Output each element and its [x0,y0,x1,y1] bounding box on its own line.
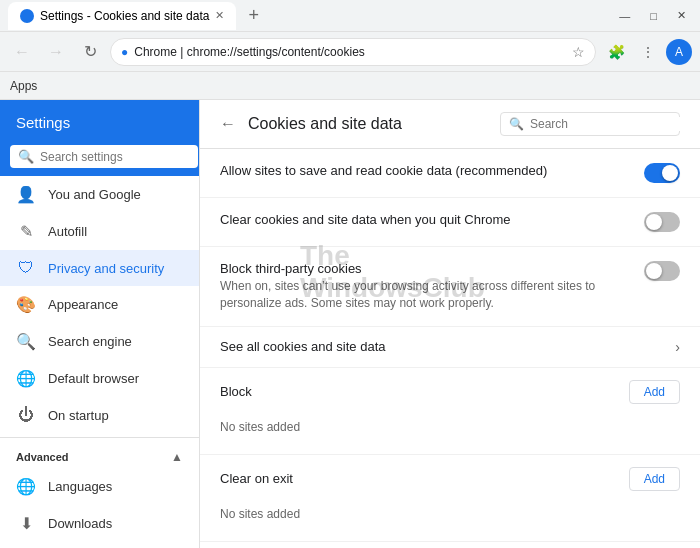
apps-link[interactable]: Apps [10,79,37,93]
see-all-cookies-row[interactable]: See all cookies and site data › [200,327,700,368]
sidebar-item-autofill[interactable]: ✎ Autofill [0,213,199,250]
sidebar-item-label: Downloads [48,516,112,531]
downloads-icon: ⬇ [16,514,36,533]
appearance-icon: 🎨 [16,295,36,314]
sidebar-item-label: Default browser [48,371,139,386]
secure-icon: ● [121,45,128,59]
clear-on-exit-section: Clear on exit Add No sites added [200,455,700,542]
nav-actions: 🧩 ⋮ A [602,38,692,66]
see-all-chevron-icon: › [675,339,680,355]
refresh-button[interactable]: ↻ [76,38,104,66]
advanced-label-text: Advanced [16,451,69,463]
sidebar-item-label: Search engine [48,334,132,349]
allow-cookies-toggle-track[interactable] [644,163,680,183]
block-third-party-title: Block third-party cookies [220,261,628,276]
address-bar[interactable]: ● Chrome | chrome://settings/content/coo… [110,38,596,66]
profile-button[interactable]: A [666,39,692,65]
allow-cookies-toggle[interactable] [644,163,680,183]
see-all-cookies-link: See all cookies and site data [220,339,386,354]
sidebar-item-downloads[interactable]: ⬇ Downloads [0,505,199,542]
sidebar-header: Settings [0,100,199,145]
block-empty-label: No sites added [220,412,680,442]
new-tab-button[interactable]: + [242,3,265,28]
bookmark-icon[interactable]: ☆ [572,44,585,60]
browser-icon: 🌐 [16,369,36,388]
tab-title: Settings - Cookies and site data [40,9,209,23]
advanced-chevron-icon[interactable]: ▲ [171,450,183,464]
shield-icon: 🛡 [16,259,36,277]
startup-icon: ⏻ [16,406,36,424]
clear-on-exit-add-button[interactable]: Add [629,467,680,491]
clear-cookies-title: Clear cookies and site data when you qui… [220,212,628,227]
allow-section: Allow Add No sites added [200,542,700,548]
titlebar: Settings - Cookies and site data ✕ + — □… [0,0,700,32]
content-area: ← Cookies and site data 🔍 Allow sites to… [200,100,700,548]
sidebar-item-on-startup[interactable]: ⏻ On startup [0,397,199,433]
clear-cookies-toggle[interactable] [644,212,680,232]
window-controls: — □ ✕ [613,7,692,24]
content-search-icon: 🔍 [509,117,524,131]
search-input[interactable] [40,150,190,164]
maximize-button[interactable]: □ [644,8,663,24]
clear-cookies-toggle-track[interactable] [644,212,680,232]
sidebar: Settings 🔍 👤 You and Google ✎ Autofill 🛡… [0,100,200,548]
sidebar-item-label: You and Google [48,187,141,202]
block-third-party-row: Block third-party cookies When on, sites… [200,247,700,327]
content-title: Cookies and site data [248,115,488,133]
menu-button[interactable]: ⋮ [634,38,662,66]
sidebar-item-printing[interactable]: 🖶 Printing [0,542,199,548]
main-layout: Settings 🔍 👤 You and Google ✎ Autofill 🛡… [0,100,700,548]
search-bar-container: 🔍 [0,145,199,176]
content-search-box: 🔍 [500,112,680,136]
search-input-wrap: 🔍 [10,145,198,168]
sidebar-item-label: Autofill [48,224,87,239]
sidebar-item-you-and-google[interactable]: 👤 You and Google [0,176,199,213]
sidebar-item-appearance[interactable]: 🎨 Appearance [0,286,199,323]
forward-button[interactable]: → [42,38,70,66]
tab-favicon [20,9,34,23]
content-search-input[interactable] [530,117,680,131]
clear-on-exit-section-header: Clear on exit Add [220,467,680,491]
back-button[interactable]: ← [8,38,36,66]
clear-cookies-toggle-thumb [646,214,662,230]
extensions-button[interactable]: 🧩 [602,38,630,66]
search-icon: 🔍 [18,149,34,164]
block-section: Block Add No sites added [200,368,700,455]
close-button[interactable]: ✕ [671,7,692,24]
navbar: ← → ↻ ● Chrome | chrome://settings/conte… [0,32,700,72]
block-add-button[interactable]: Add [629,380,680,404]
sidebar-item-label: Privacy and security [48,261,164,276]
clear-on-exit-empty-label: No sites added [220,499,680,529]
tab-close-icon[interactable]: ✕ [215,9,224,22]
clear-cookies-text: Clear cookies and site data when you qui… [220,212,628,229]
sidebar-item-label: Languages [48,479,112,494]
appsbar: Apps [0,72,700,100]
divider-1 [0,437,199,438]
clear-cookies-row: Clear cookies and site data when you qui… [200,198,700,247]
block-third-party-toggle-track[interactable] [644,261,680,281]
block-third-party-toggle[interactable] [644,261,680,281]
sidebar-item-label: On startup [48,408,109,423]
block-third-party-toggle-thumb [646,263,662,279]
content-back-button[interactable]: ← [220,115,236,133]
sidebar-item-default-browser[interactable]: 🌐 Default browser [0,360,199,397]
sidebar-item-privacy[interactable]: 🛡 Privacy and security [0,250,199,286]
allow-cookies-toggle-thumb [662,165,678,181]
sidebar-item-search-engine[interactable]: 🔍 Search engine [0,323,199,360]
active-tab[interactable]: Settings - Cookies and site data ✕ [8,2,236,30]
titlebar-left: Settings - Cookies and site data ✕ + [8,2,265,30]
content-header: ← Cookies and site data 🔍 [200,100,700,149]
clear-on-exit-title: Clear on exit [220,471,293,486]
minimize-button[interactable]: — [613,8,636,24]
allow-cookies-row: Allow sites to save and read cookie data… [200,149,700,198]
allow-cookies-title: Allow sites to save and read cookie data… [220,163,628,178]
allow-cookies-text: Allow sites to save and read cookie data… [220,163,628,180]
block-section-header: Block Add [220,380,680,404]
sidebar-item-languages[interactable]: 🌐 Languages [0,468,199,505]
advanced-section-label: Advanced ▲ [0,442,199,468]
block-section-title: Block [220,384,252,399]
search-engine-icon: 🔍 [16,332,36,351]
block-third-party-text: Block third-party cookies When on, sites… [220,261,628,312]
address-text: Chrome | chrome://settings/content/cooki… [134,45,566,59]
edit-icon: ✎ [16,222,36,241]
